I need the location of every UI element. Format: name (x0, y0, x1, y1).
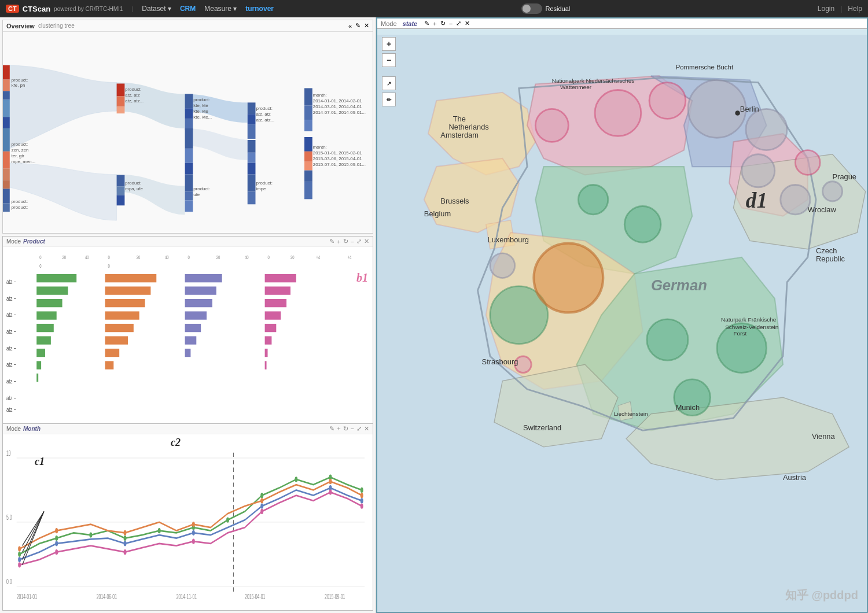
annotation-c1: c1 (35, 456, 45, 468)
svg-rect-25 (185, 191, 193, 200)
svg-text:kte, kte...: kte, kte... (193, 115, 212, 120)
map-refresh-icon[interactable]: ↻ (440, 20, 446, 27)
dataset-menu[interactable]: Dataset ▾ (142, 5, 171, 13)
brush-tool[interactable]: ✏ (382, 93, 396, 106)
svg-rect-116 (185, 286, 216, 294)
svg-text:ufe: ufe (193, 192, 200, 197)
svg-rect-123 (265, 274, 296, 282)
month-pencil-icon[interactable]: ✎ (329, 425, 334, 433)
map-minus-icon[interactable]: − (449, 20, 453, 27)
residual-toggle[interactable]: Residual (521, 3, 571, 14)
svg-text:2015-03-06, 2015-04-01: 2015-03-06, 2015-04-01 (313, 156, 362, 161)
svg-rect-24 (185, 175, 193, 192)
svg-point-162 (55, 541, 58, 546)
map-plus-icon[interactable]: + (433, 20, 436, 27)
map-close-icon[interactable]: ✕ (465, 20, 470, 27)
svg-text:product:: product: (125, 180, 141, 186)
product-refresh-icon[interactable]: ↻ (343, 238, 348, 245)
svg-text:atz −: atz − (6, 394, 17, 401)
main-content: Overview clustering tree « ✎ ✕ deviation… (0, 17, 868, 613)
product-plus-icon[interactable]: + (337, 238, 340, 245)
svg-rect-126 (265, 311, 281, 319)
svg-rect-3 (3, 91, 10, 99)
svg-rect-35 (304, 88, 312, 105)
app-logo: CT CTScan powered by CR/RTC-HMI1 (6, 5, 123, 13)
left-panel: Overview clustering tree « ✎ ✕ deviation… (0, 17, 376, 613)
svg-rect-101 (36, 324, 54, 332)
svg-text:atz −: atz − (6, 361, 17, 368)
svg-text:2015-07-01, 2015-09-01...: 2015-07-01, 2015-09-01... (313, 162, 366, 167)
annotation-b1: b1 (356, 271, 368, 285)
city-belgium: Belgium (424, 209, 451, 218)
month-mode-label: Mode (6, 426, 21, 432)
svg-rect-11 (3, 203, 10, 212)
svg-text:0.0: 0.0 (6, 577, 12, 585)
month-close-icon[interactable]: ✕ (364, 425, 369, 433)
bubble-north2 (535, 109, 568, 142)
label-frankische2: Schweiz-Veldenstein (725, 324, 778, 330)
svg-point-163 (124, 541, 127, 546)
svg-rect-109 (105, 311, 139, 319)
svg-point-146 (124, 535, 127, 540)
bubble-berlin1 (688, 80, 746, 138)
svg-rect-129 (265, 349, 268, 357)
svg-point-156 (124, 530, 127, 535)
svg-rect-108 (105, 299, 145, 307)
product-minus-icon[interactable]: − (351, 238, 354, 245)
svg-text:+4: +4 (316, 254, 320, 260)
svg-text:ter, gtr: ter, gtr (12, 153, 25, 158)
svg-rect-113 (105, 361, 114, 369)
collapse-icon[interactable]: « (348, 23, 352, 29)
svg-point-165 (260, 503, 263, 508)
bubble-gray-small (490, 253, 515, 278)
product-expand-icon[interactable]: ⤢ (356, 238, 362, 245)
sankey-diagram: product: kfe, ph product: zen, zen ter, … (3, 36, 373, 233)
svg-rect-17 (117, 195, 125, 205)
map-pencil-icon[interactable]: ✎ (424, 20, 429, 27)
lasso-tool[interactable]: ↗ (382, 76, 396, 90)
svg-text:20: 20 (137, 254, 141, 260)
month-expand-icon[interactable]: ⤢ (356, 425, 362, 433)
month-refresh-icon[interactable]: ↻ (343, 425, 348, 433)
city-berlin-label: Berlin (740, 105, 759, 113)
map-mode-label: Mode (381, 20, 397, 27)
svg-point-143 (18, 551, 21, 556)
map-expand-icon[interactable]: ⤢ (456, 20, 461, 27)
month-minus-icon[interactable]: − (351, 425, 354, 432)
product-pencil-icon[interactable]: ✎ (329, 238, 334, 245)
svg-text:month:: month: (313, 93, 327, 98)
svg-text:0: 0 (39, 254, 41, 260)
svg-rect-14 (117, 106, 125, 113)
svg-text:atz −: atz − (6, 328, 17, 335)
help-link[interactable]: Help (848, 5, 862, 13)
svg-point-155 (55, 528, 58, 533)
line-chart-area: 10 5.0 0.0 2014-01-01 2014-06-01 2014-11… (3, 434, 373, 605)
bubble-orange-main (534, 243, 603, 313)
svg-text:kfe, ph: kfe, ph (12, 83, 25, 88)
toggle-switch[interactable] (521, 3, 542, 14)
pencil-icon[interactable]: ✎ (355, 22, 361, 29)
svg-point-172 (260, 508, 263, 514)
bubble-gray-east (781, 184, 810, 214)
svg-rect-16 (117, 186, 125, 195)
zoom-in-button[interactable]: + (382, 37, 396, 51)
country-switzerland: Switzerland (523, 423, 561, 432)
product-close-icon[interactable]: ✕ (364, 238, 369, 245)
annotation-c2: c2 (171, 437, 181, 449)
close-icon[interactable]: ✕ (364, 22, 369, 29)
app-title: CTScan (23, 5, 50, 13)
svg-rect-97 (36, 274, 76, 282)
month-plus-icon[interactable]: + (337, 425, 340, 432)
svg-text:0: 0 (108, 263, 109, 268)
sankey-label-product2: product: (12, 142, 28, 147)
city-liechtenstein: Liechtenstein (614, 411, 648, 417)
svg-text:2015-04-01: 2015-04-01 (245, 592, 265, 600)
svg-point-157 (192, 521, 195, 526)
map-panel: Mode state ✎ + ↻ − ⤢ ✕ + − ↗ ✏ (376, 17, 868, 613)
svg-rect-15 (117, 175, 125, 187)
measure-menu[interactable]: Measure ▾ (204, 5, 237, 13)
login-link[interactable]: Login (818, 5, 834, 13)
zoom-out-button[interactable]: − (382, 53, 396, 67)
svg-rect-118 (185, 311, 207, 319)
svg-rect-29 (248, 124, 256, 139)
